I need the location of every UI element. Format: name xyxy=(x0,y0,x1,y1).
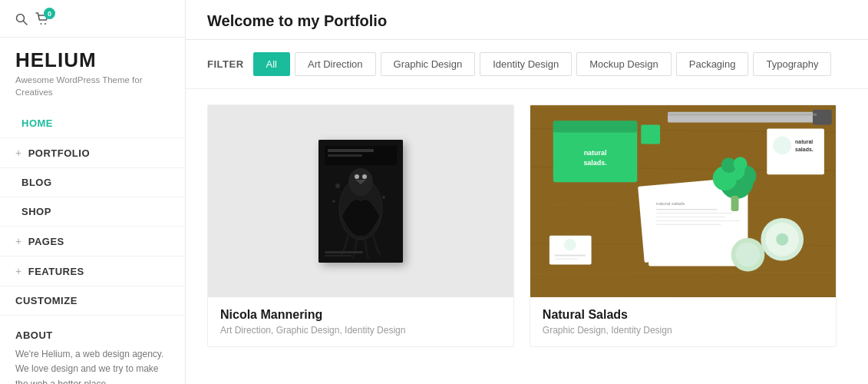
svg-text:natural: natural xyxy=(795,139,813,144)
svg-rect-44 xyxy=(731,196,738,211)
portfolio-card-1-info: Nicola Mannering Art Direction, Graphic … xyxy=(208,297,513,346)
svg-point-7 xyxy=(335,184,340,188)
svg-point-43 xyxy=(733,157,747,170)
svg-rect-47 xyxy=(555,255,586,257)
filter-art-direction-button[interactable]: Art Direction xyxy=(295,52,376,76)
sidebar-nav: HOME + PORTFOLIO BLOG SHOP + PAGES + FEA… xyxy=(0,109,185,316)
portfolio-grid: Nicola Mannering Art Direction, Graphic … xyxy=(186,89,868,362)
filter-graphic-design-button[interactable]: Graphic Design xyxy=(381,52,476,76)
brand-logo[interactable]: HELIUM xyxy=(15,48,170,72)
sidebar-item-blog[interactable]: BLOG xyxy=(0,168,185,197)
svg-point-55 xyxy=(773,136,791,154)
pages-expand-icon: + xyxy=(15,235,22,247)
sidebar-logo-area: HELIUM Awesome WordPress Theme for Creat… xyxy=(0,38,185,101)
book-mockup xyxy=(318,140,403,263)
svg-point-46 xyxy=(564,239,576,251)
svg-rect-14 xyxy=(328,154,362,157)
filter-label: FILTER xyxy=(207,58,244,70)
svg-rect-36 xyxy=(656,220,740,221)
sidebar-item-pages[interactable]: + PAGES xyxy=(0,227,185,257)
portfolio-card-2-tags: Graphic Design, Identity Design xyxy=(543,325,823,336)
portfolio-card-1-title: Nicola Mannering xyxy=(220,308,501,322)
svg-rect-33 xyxy=(656,209,718,210)
svg-rect-28 xyxy=(813,110,832,125)
sidebar: 0 HELIUM Awesome WordPress Theme for Cre… xyxy=(0,0,186,384)
filter-mockup-design-button[interactable]: Mockup Design xyxy=(576,52,672,76)
main-content: Welcome to my Portfolio FILTER All Art D… xyxy=(186,0,868,384)
svg-text:natural: natural xyxy=(583,149,606,157)
about-title: ABOUT xyxy=(15,329,170,341)
svg-rect-58 xyxy=(641,125,660,144)
sidebar-item-features-label: FEATURES xyxy=(28,266,84,277)
filter-packaging-button[interactable]: Packaging xyxy=(676,52,749,76)
portfolio-card-2-title: Natural Salads xyxy=(543,308,823,322)
svg-point-8 xyxy=(382,196,385,199)
svg-rect-24 xyxy=(553,121,637,133)
svg-text:natural salads: natural salads xyxy=(656,201,685,206)
sidebar-item-features[interactable]: + FEATURES xyxy=(0,257,185,286)
svg-point-9 xyxy=(332,200,335,203)
svg-point-53 xyxy=(735,243,760,267)
svg-point-10 xyxy=(355,174,359,179)
portfolio-card-2-info: Natural Salads Graphic Design, Identity … xyxy=(530,297,836,346)
cart-badge: 0 xyxy=(44,8,55,19)
svg-point-3 xyxy=(45,23,46,25)
svg-rect-29 xyxy=(668,114,817,116)
portfolio-card-1-image xyxy=(208,105,513,297)
about-text: We're Helium, a web design agency. We lo… xyxy=(15,347,170,384)
about-section: ABOUT We're Helium, a web design agency.… xyxy=(0,316,185,384)
svg-line-1 xyxy=(24,22,28,25)
svg-rect-15 xyxy=(325,251,363,253)
sidebar-item-shop[interactable]: SHOP xyxy=(0,197,185,227)
svg-rect-35 xyxy=(656,217,725,217)
svg-text:salads.: salads. xyxy=(795,147,814,152)
svg-text:salads.: salads. xyxy=(583,159,606,167)
svg-point-2 xyxy=(41,23,42,25)
page-header: Welcome to my Portfolio xyxy=(186,0,868,40)
page-title: Welcome to my Portfolio xyxy=(207,12,847,30)
sidebar-item-shop-label: SHOP xyxy=(21,206,51,217)
svg-rect-34 xyxy=(656,213,732,214)
svg-point-11 xyxy=(362,174,367,179)
sidebar-item-blog-label: BLOG xyxy=(21,177,52,188)
search-icon[interactable] xyxy=(15,13,28,28)
sidebar-item-portfolio[interactable]: + PORTFOLIO xyxy=(0,138,185,168)
svg-rect-48 xyxy=(555,259,578,260)
cart-icon[interactable]: 0 xyxy=(35,12,49,29)
filter-bar: FILTER All Art Direction Graphic Design … xyxy=(186,40,868,89)
portfolio-card-2[interactable]: natural salads. natural salads xyxy=(530,104,837,347)
sidebar-icons: 0 xyxy=(15,12,49,29)
sidebar-item-pages-label: PAGES xyxy=(28,236,64,247)
sidebar-top: 0 xyxy=(0,0,185,38)
svg-point-51 xyxy=(776,233,788,246)
portfolio-card-1-tags: Art Direction, Graphic Design, Identity … xyxy=(220,325,501,336)
brand-tagline: Awesome WordPress Theme for Creatives xyxy=(15,74,170,98)
svg-rect-16 xyxy=(325,255,351,257)
portfolio-expand-icon: + xyxy=(15,147,22,159)
filter-typography-button[interactable]: Typography xyxy=(753,52,831,76)
svg-rect-37 xyxy=(656,224,721,225)
sidebar-item-home[interactable]: HOME xyxy=(0,109,185,138)
features-expand-icon: + xyxy=(15,265,22,277)
sidebar-item-customize[interactable]: CUSTOMIZE xyxy=(0,286,185,316)
filter-all-button[interactable]: All xyxy=(253,52,290,76)
portfolio-card-2-image: natural salads. natural salads xyxy=(530,105,836,297)
filter-identity-design-button[interactable]: Identity Design xyxy=(480,52,572,76)
portfolio-card-1[interactable]: Nicola Mannering Art Direction, Graphic … xyxy=(207,104,514,347)
sidebar-item-home-label: HOME xyxy=(21,118,53,129)
svg-rect-13 xyxy=(328,149,374,152)
sidebar-item-portfolio-label: PORTFOLIO xyxy=(28,147,90,159)
